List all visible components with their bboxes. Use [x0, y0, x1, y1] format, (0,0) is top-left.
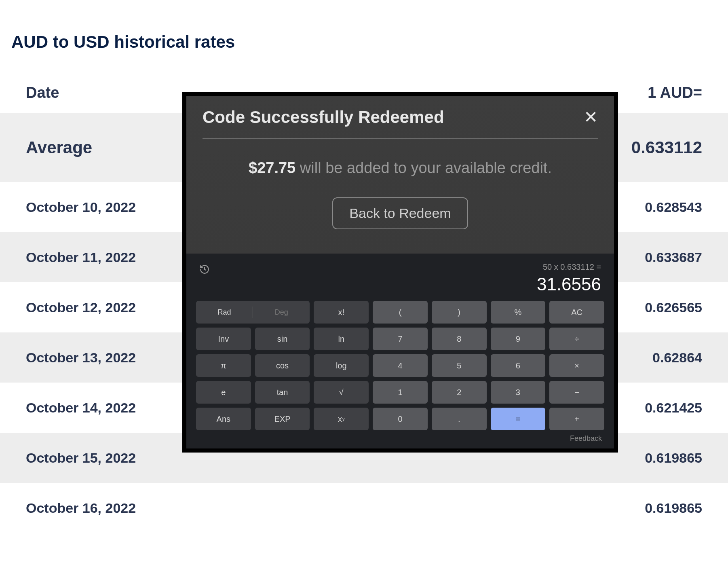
cell-rate: 0.619865 [645, 500, 702, 516]
key-add[interactable]: + [549, 408, 604, 430]
cell-rate: 0.621425 [645, 400, 702, 416]
key-pi[interactable]: π [196, 354, 251, 377]
table-row: October 16, 2022 0.619865 [0, 483, 728, 533]
calculator-expression: 50 x 0.633112 = [537, 262, 601, 272]
redeem-modal: Code Successfully Redeemed ✕ $27.75 will… [186, 96, 614, 254]
key-4[interactable]: 4 [373, 354, 428, 377]
key-3[interactable]: 3 [491, 381, 546, 404]
calculator-footer: Feedback [196, 430, 604, 443]
back-to-redeem-button[interactable]: Back to Redeem [332, 197, 468, 229]
key-sin[interactable]: sin [255, 328, 310, 350]
key-rparen[interactable]: ) [432, 301, 487, 324]
cell-date: October 11, 2022 [26, 250, 136, 265]
key-percent[interactable]: % [491, 301, 546, 324]
key-power[interactable]: xy [314, 408, 369, 430]
average-value: 0.633112 [631, 138, 702, 157]
feedback-link[interactable]: Feedback [570, 434, 602, 442]
key-dot[interactable]: . [432, 408, 487, 430]
redeem-title: Code Successfully Redeemed [203, 108, 444, 127]
redeem-amount: $27.75 [249, 159, 295, 176]
overlay-stack: Code Successfully Redeemed ✕ $27.75 will… [182, 92, 618, 453]
key-cos[interactable]: cos [255, 354, 310, 377]
calculator-result: 31.6556 [537, 274, 601, 294]
key-factorial[interactable]: x! [314, 301, 369, 324]
redeem-message: $27.75 will be added to your available c… [211, 157, 590, 180]
key-sqrt[interactable]: √ [314, 381, 369, 404]
header-date: Date [26, 84, 59, 102]
key-7[interactable]: 7 [373, 328, 428, 350]
calculator-keypad: Rad Deg x! ( ) % AC Inv sin ln 7 8 9 ÷ π… [196, 301, 604, 430]
key-0[interactable]: 0 [373, 408, 428, 430]
rad-deg-toggle[interactable]: Rad Deg [196, 301, 310, 324]
key-tan[interactable]: tan [255, 381, 310, 404]
redeem-body: $27.75 will be added to your available c… [203, 139, 598, 229]
calculator-display: 50 x 0.633112 = 31.6556 [196, 261, 604, 301]
key-log[interactable]: log [314, 354, 369, 377]
key-power-exp: y [342, 417, 345, 421]
cell-date: October 12, 2022 [26, 300, 136, 315]
redeem-msg-text: will be added to your available credit. [295, 159, 552, 176]
key-exp[interactable]: EXP [255, 408, 310, 430]
cell-date: October 14, 2022 [26, 400, 136, 416]
key-1[interactable]: 1 [373, 381, 428, 404]
cell-date: October 13, 2022 [26, 350, 136, 366]
key-e[interactable]: e [196, 381, 251, 404]
key-6[interactable]: 6 [491, 354, 546, 377]
key-ac[interactable]: AC [549, 301, 604, 324]
key-divide[interactable]: ÷ [549, 328, 604, 350]
cell-date: October 15, 2022 [26, 450, 136, 466]
key-inv[interactable]: Inv [196, 328, 251, 350]
rad-label: Rad [196, 308, 253, 317]
key-ans[interactable]: Ans [196, 408, 251, 430]
cell-date: October 10, 2022 [26, 199, 136, 215]
key-5[interactable]: 5 [432, 354, 487, 377]
deg-label: Deg [253, 308, 310, 317]
page-title: AUD to USD historical rates [0, 0, 728, 52]
average-label: Average [26, 138, 92, 157]
key-lparen[interactable]: ( [373, 301, 428, 324]
key-ln[interactable]: ln [314, 328, 369, 350]
cell-rate: 0.62864 [652, 350, 702, 366]
key-2[interactable]: 2 [432, 381, 487, 404]
cell-rate: 0.619865 [645, 450, 702, 466]
header-rate: 1 AUD= [648, 84, 702, 102]
key-9[interactable]: 9 [491, 328, 546, 350]
key-power-base: x [338, 415, 342, 424]
cell-rate: 0.628543 [645, 199, 702, 215]
key-8[interactable]: 8 [432, 328, 487, 350]
calculator: 50 x 0.633112 = 31.6556 Rad Deg x! ( ) %… [186, 254, 614, 448]
cell-date: October 16, 2022 [26, 500, 136, 516]
key-subtract[interactable]: − [549, 381, 604, 404]
redeem-header: Code Successfully Redeemed ✕ [203, 108, 598, 139]
key-multiply[interactable]: × [549, 354, 604, 377]
key-equals[interactable]: = [491, 408, 546, 430]
cell-rate: 0.633687 [645, 250, 702, 265]
history-icon[interactable] [199, 262, 210, 277]
cell-rate: 0.626565 [645, 300, 702, 315]
close-icon[interactable]: ✕ [584, 109, 598, 126]
